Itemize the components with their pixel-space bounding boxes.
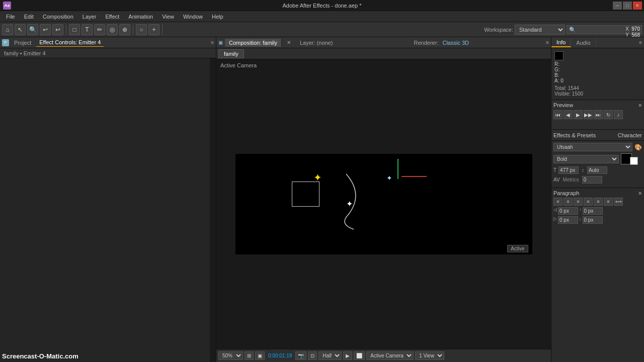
menu-layer[interactable]: Layer: [78, 13, 101, 21]
kerning-row: AV Metrics: [553, 176, 642, 184]
menu-animation[interactable]: Animation: [124, 13, 157, 21]
toolbar-home-btn[interactable]: ⌂: [2, 24, 13, 35]
timecode-display[interactable]: 0:00:01:19: [268, 353, 292, 358]
left-indent-input[interactable]: [558, 207, 578, 215]
menu-help[interactable]: Help: [208, 13, 227, 21]
project-icon: P: [2, 39, 9, 46]
play-btn[interactable]: ▶: [574, 110, 583, 119]
paragraph-close-icon[interactable]: ✕: [638, 191, 642, 196]
preview-close-icon[interactable]: ✕: [638, 103, 642, 108]
menu-edit[interactable]: Edit: [20, 13, 38, 21]
views-dropdown[interactable]: 1 View: [415, 351, 444, 360]
window-controls: ─ □ ✕: [613, 2, 642, 10]
toolbar-shapes-btn[interactable]: □: [69, 24, 80, 35]
font-family-dropdown[interactable]: Utsaah: [553, 143, 632, 151]
toolbar-track-btn[interactable]: +: [148, 24, 159, 35]
rgba-values: R:G:B:A: 0: [554, 61, 641, 83]
show-snapshot-btn[interactable]: ⊡: [308, 351, 317, 360]
font-size-row: T ↕: [553, 166, 642, 174]
right-panel: Info Audio ≡ X 970 Y 568 R:G:B: [551, 37, 644, 362]
comp-panel-menu[interactable]: ≡: [546, 40, 549, 45]
leading-input[interactable]: [587, 166, 607, 174]
toolbar-pen-btn[interactable]: ✏: [94, 24, 105, 35]
fast-preview-btn[interactable]: ▶: [343, 351, 352, 360]
space-before-icon: ↑: [579, 207, 582, 215]
audio-btn[interactable]: ♪: [614, 110, 623, 119]
font-style-dropdown[interactable]: Bold: [553, 155, 619, 163]
prev-frame-btn[interactable]: ◀: [564, 110, 573, 119]
project-tab[interactable]: Project: [11, 39, 34, 47]
family-tab[interactable]: family: [218, 49, 244, 58]
info-tab[interactable]: Info: [551, 38, 571, 47]
safe-margins-btn[interactable]: ▣: [255, 351, 265, 360]
quality-dropdown[interactable]: Half: [318, 351, 342, 360]
toolbar-select-btn[interactable]: ↖: [15, 24, 26, 35]
camera-marker: ✦: [386, 174, 392, 182]
viewport-controls: 50% ⊞ ▣ 0:00:01:19 📷 ⊡ Half ▶ ⬜ Active C…: [216, 349, 551, 362]
panel-menu-icon[interactable]: ≡: [211, 40, 214, 45]
effect-controls-content: [0, 58, 216, 362]
preview-header: Preview ✕: [553, 102, 642, 108]
menu-window[interactable]: Window: [179, 13, 207, 21]
right-indent-input[interactable]: [558, 216, 578, 224]
menu-effect[interactable]: Effect: [101, 13, 123, 21]
workspace-dropdown[interactable]: Standard: [515, 25, 565, 35]
first-frame-btn[interactable]: ⏮: [553, 110, 562, 119]
close-comp-tab[interactable]: ✕: [284, 40, 294, 45]
center-panel: ▣ Composition: family ✕ Layer: (none) Re…: [216, 37, 551, 362]
space-after-input[interactable]: [583, 216, 603, 224]
align-left-btn[interactable]: ≡: [553, 198, 562, 206]
menu-view[interactable]: View: [158, 13, 178, 21]
loop-btn[interactable]: ↻: [604, 110, 613, 119]
maximize-button[interactable]: □: [623, 2, 632, 10]
toolbar-zoom-btn[interactable]: 🔍: [27, 24, 38, 35]
search-input[interactable]: [567, 25, 642, 34]
right-panel-menu[interactable]: ≡: [639, 40, 644, 45]
close-button[interactable]: ✕: [633, 2, 642, 10]
toolbar-undo-btn[interactable]: ↩: [40, 24, 51, 35]
direction-btn[interactable]: ⟺: [614, 198, 623, 206]
character-label[interactable]: Character: [618, 132, 642, 138]
background-color-swatch[interactable]: [630, 157, 638, 165]
align-center-btn[interactable]: ≡: [564, 198, 573, 206]
tracking-input[interactable]: [582, 176, 602, 184]
breadcrumb: family • Emitter 4: [0, 48, 216, 58]
layer-label: Layer: (none): [296, 40, 337, 46]
emitter-2-star: ✦: [346, 199, 353, 209]
toolbar-clone-btn[interactable]: ⊕: [119, 24, 130, 35]
toolbar-orbit-btn[interactable]: ○: [136, 24, 147, 35]
menu-composition[interactable]: Composition: [39, 13, 77, 21]
next-frame-btn[interactable]: ▶▶: [584, 110, 593, 119]
view-dropdown[interactable]: Active Camera: [366, 351, 414, 360]
toolbar-text-btn[interactable]: T: [82, 24, 93, 35]
active-camera-label: Active Camera: [220, 62, 257, 68]
justify-btn[interactable]: ≡: [584, 198, 593, 206]
effect-controls-tab[interactable]: Effect Controls: Emitter 4: [36, 38, 104, 47]
zoom-dropdown[interactable]: 50%: [218, 351, 243, 360]
toggle-transparency-btn[interactable]: ⬜: [354, 351, 365, 360]
paragraph-section: Paragraph ✕ ≡ ≡ ≡ ≡ ≡ ≡ ⟺ ◁ ↑ ▷ ↓: [551, 188, 644, 227]
align-right-btn[interactable]: ≡: [574, 198, 583, 206]
last-frame-btn[interactable]: ⏭: [594, 110, 603, 119]
scroll-bar[interactable]: [210, 58, 216, 362]
composition-tab[interactable]: Composition: family: [225, 39, 282, 47]
align-row: ≡ ≡ ≡ ≡ ≡ ≡ ⟺: [553, 198, 642, 206]
justify-all-btn[interactable]: ≡: [594, 198, 603, 206]
kerning-icon: AV: [553, 177, 560, 183]
menu-file[interactable]: File: [2, 13, 19, 21]
audio-tab[interactable]: Audio: [571, 39, 596, 47]
app-icon: Ae: [3, 2, 11, 10]
space-before-input[interactable]: [583, 207, 603, 215]
active-camera-badge: Active: [507, 245, 528, 252]
toolbar-redo-btn[interactable]: ↩: [52, 24, 63, 35]
toolbar-paint-btn[interactable]: ◎: [107, 24, 118, 35]
snapshot-btn[interactable]: 📷: [295, 351, 306, 360]
force-justify-btn[interactable]: ≡: [604, 198, 613, 206]
space-after-icon: ↓: [579, 216, 582, 224]
renderer-value[interactable]: Classic 3D: [442, 40, 469, 46]
color-picker-icon[interactable]: 🎨: [634, 144, 642, 151]
grid-btn[interactable]: ⊞: [245, 351, 254, 360]
toolbar-sep-2: [133, 25, 133, 35]
minimize-button[interactable]: ─: [613, 2, 622, 10]
font-size-input[interactable]: [558, 166, 579, 174]
